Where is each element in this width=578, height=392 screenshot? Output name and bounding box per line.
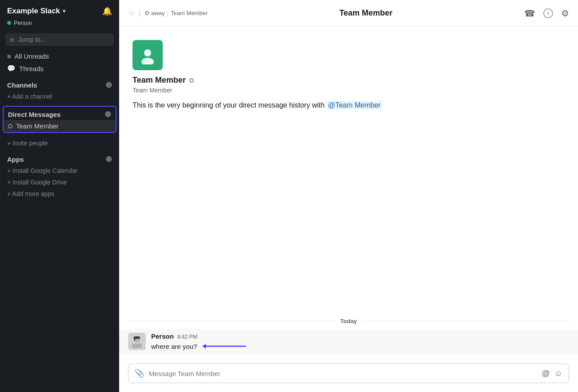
workspace-name[interactable]: Example Slack ▾ xyxy=(7,7,65,16)
dm-section-label: Direct Messages xyxy=(8,111,60,118)
header-divider: | xyxy=(139,9,140,17)
threads-label: Threads xyxy=(19,65,44,72)
chat-header-right: ☎ i ⚙ xyxy=(524,8,569,19)
direct-messages-section: Direct Messages ⊕ Team Member xyxy=(3,106,116,133)
svg-point-1 xyxy=(141,58,154,64)
message-author: Person xyxy=(151,332,174,340)
user-status: Person xyxy=(0,19,119,31)
dm-intro-name-text: Team Member xyxy=(132,76,186,85)
search-placeholder: Jump to... xyxy=(18,36,45,43)
channels-section-label: Channels xyxy=(7,81,37,89)
dm-intro-paragraph: This is the very beginning of your direc… xyxy=(132,101,325,109)
header-divider2: | xyxy=(167,10,169,16)
notification-bell-icon[interactable]: 🔔 xyxy=(102,6,112,16)
team-member-label: Team Member xyxy=(16,122,59,130)
message-content: Person 8:42 PM where are you? xyxy=(151,332,569,351)
message-input-box: 📎 @ ☺ xyxy=(128,364,569,383)
avatar xyxy=(132,40,163,70)
message-input-area: 📎 @ ☺ xyxy=(119,359,578,392)
dm-intro-text: This is the very beginning of your direc… xyxy=(132,100,565,111)
username-label: Person xyxy=(14,20,32,26)
install-google-calendar-link[interactable]: + Install Google Calendar xyxy=(0,165,119,176)
dm-intro: Team Member Team Member This is the very… xyxy=(119,27,578,115)
svg-marker-8 xyxy=(202,344,206,348)
add-more-apps-label: + Add more apps xyxy=(7,190,54,197)
apps-section-label: Apps xyxy=(7,156,24,163)
message-time: 8:42 PM xyxy=(177,334,197,340)
input-right-icons: @ ☺ xyxy=(542,369,562,378)
dm-section-header[interactable]: Direct Messages ⊕ xyxy=(4,107,116,120)
channels-section: Channels ⊕ + Add a channel xyxy=(0,75,119,105)
message-body: where are you? xyxy=(151,343,197,350)
workspace-chevron-icon: ▾ xyxy=(63,8,65,14)
invite-people-link[interactable]: + Invite people xyxy=(0,137,119,149)
chat-body: Team Member Team Member This is the very… xyxy=(119,27,578,359)
away-circle-icon xyxy=(145,11,149,15)
install-google-drive-label: + Install Google Drive xyxy=(7,179,67,186)
dm-intro-name: Team Member xyxy=(132,76,565,85)
apps-section: Apps ⊕ + Install Google Calendar + Insta… xyxy=(0,149,119,202)
chat-header: ☆ | away | Team Member Team Member ☎ i ⚙ xyxy=(119,0,578,27)
search-icon: ⊜ xyxy=(10,36,15,43)
add-app-icon[interactable]: ⊕ xyxy=(105,155,112,163)
threads-icon: 💬 xyxy=(7,64,16,72)
svg-rect-6 xyxy=(134,336,135,340)
sidebar-header: Example Slack ▾ 🔔 xyxy=(0,0,119,19)
install-google-drive-link[interactable]: + Install Google Drive xyxy=(0,176,119,188)
add-more-apps-link[interactable]: + Add more apps xyxy=(0,188,119,200)
all-unreads-label: All Unreads xyxy=(15,52,49,60)
emoji-picker-icon[interactable]: ☺ xyxy=(554,369,562,378)
arrow-indicator xyxy=(201,341,250,351)
install-google-calendar-label: + Install Google Calendar xyxy=(7,167,77,174)
attach-icon[interactable]: 📎 xyxy=(135,368,144,378)
avatar xyxy=(128,332,146,350)
today-label: Today xyxy=(340,318,357,324)
add-channel-link[interactable]: + Add a channel xyxy=(0,91,119,102)
invite-people-label: + Invite people xyxy=(7,140,48,147)
team-member-away-icon xyxy=(8,124,12,128)
sidebar-item-threads[interactable]: 💬 Threads xyxy=(0,62,119,75)
svg-rect-4 xyxy=(132,344,142,348)
sidebar: Example Slack ▾ 🔔 Person ⊜ Jump to... ≡ … xyxy=(0,0,119,392)
mention-tag[interactable]: @Team Member xyxy=(327,101,382,109)
search-bar[interactable]: ⊜ Jump to... xyxy=(5,33,114,46)
add-channel-label: + Add a channel xyxy=(7,93,52,100)
message-meta: Person 8:42 PM xyxy=(151,332,569,340)
chat-title: Team Member xyxy=(339,8,393,18)
gear-icon[interactable]: ⚙ xyxy=(561,8,569,19)
at-mention-icon[interactable]: @ xyxy=(542,369,550,378)
status-active-icon xyxy=(7,21,11,25)
workspace-name-text: Example Slack xyxy=(7,7,60,16)
add-channel-icon[interactable]: ⊕ xyxy=(105,81,112,89)
all-unreads-icon: ≡ xyxy=(7,52,11,60)
message-input[interactable] xyxy=(149,370,537,377)
star-channel-icon[interactable]: ☆ xyxy=(128,9,134,17)
intro-away-icon xyxy=(189,78,194,83)
chat-header-left: ☆ | away | Team Member xyxy=(128,9,208,17)
add-dm-icon[interactable]: ⊕ xyxy=(104,110,111,118)
away-status: away | Team Member xyxy=(145,10,208,16)
message-row: Person 8:42 PM where are you? 😊 ☺ ↗ xyxy=(119,329,578,355)
apps-section-header[interactable]: Apps ⊕ xyxy=(0,152,119,165)
channel-name-label: Team Member xyxy=(171,10,208,16)
channels-section-header[interactable]: Channels ⊕ xyxy=(0,77,119,91)
main-chat-area: ☆ | away | Team Member Team Member ☎ i ⚙ xyxy=(119,0,578,392)
info-icon[interactable]: i xyxy=(543,8,553,18)
phone-icon[interactable]: ☎ xyxy=(524,8,535,19)
dm-item-team-member[interactable]: Team Member xyxy=(4,120,116,132)
away-label: away xyxy=(151,10,165,16)
sidebar-item-all-unreads[interactable]: ≡ All Unreads xyxy=(0,50,119,62)
today-divider: Today xyxy=(119,313,578,329)
message-text: where are you? xyxy=(151,341,569,351)
svg-point-0 xyxy=(144,49,151,56)
chat-spacer xyxy=(119,115,578,313)
dm-intro-sub: Team Member xyxy=(132,87,565,94)
